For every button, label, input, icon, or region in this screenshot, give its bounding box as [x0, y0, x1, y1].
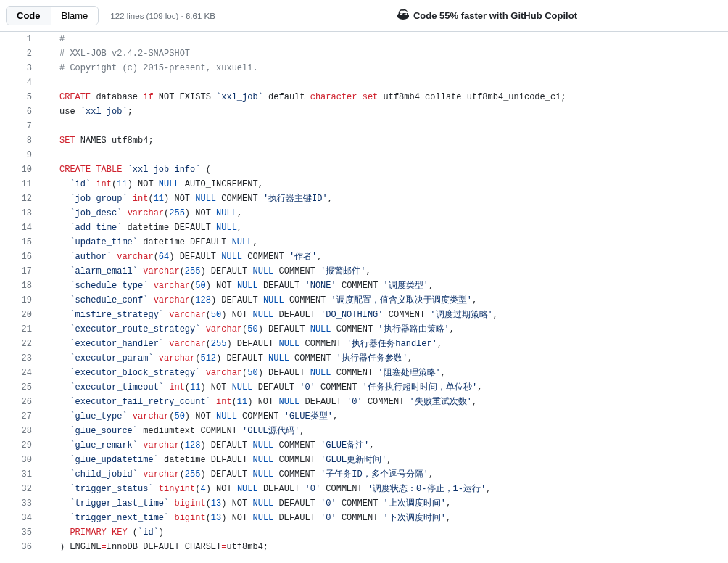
line-content[interactable]: `executor_timeout` int(11) NOT NULL DEFA…	[44, 380, 482, 395]
line-number[interactable]: 30	[0, 453, 44, 467]
code-line: 22 `executor_handler` varchar(255) DEFAU…	[0, 337, 728, 351]
line-number[interactable]: 9	[0, 148, 44, 163]
line-number[interactable]: 18	[0, 279, 44, 293]
line-content[interactable]: `executor_fail_retry_count` int(11) NOT …	[44, 395, 477, 409]
line-content[interactable]: `trigger_status` tinyint(4) NOT NULL DEF…	[44, 482, 491, 496]
line-number[interactable]: 6	[0, 104, 44, 119]
line-number[interactable]: 5	[0, 90, 44, 104]
line-number[interactable]: 13	[0, 206, 44, 221]
line-content[interactable]: CREATE TABLE `xxl_job_info` (	[44, 163, 211, 177]
line-number[interactable]: 4	[0, 75, 44, 90]
code-line: 1#	[0, 32, 728, 46]
line-number[interactable]: 33	[0, 496, 44, 511]
code-line: 3# Copyright (c) 2015-present, xuxueli.	[0, 61, 728, 75]
code-line: 33 `trigger_last_time` bigint(13) NOT NU…	[0, 496, 728, 511]
line-content[interactable]: `job_group` int(11) NOT NULL COMMENT '执行…	[44, 192, 333, 206]
code-line: 6use `xxl_job`;	[0, 104, 728, 119]
line-number[interactable]: 21	[0, 322, 44, 337]
line-number[interactable]: 16	[0, 250, 44, 264]
line-number[interactable]: 8	[0, 133, 44, 148]
code-line: 11 `id` int(11) NOT NULL AUTO_INCREMENT,	[0, 177, 728, 192]
line-number[interactable]: 36	[0, 540, 44, 554]
code-line: 19 `schedule_conf` varchar(128) DEFAULT …	[0, 293, 728, 308]
line-content[interactable]	[44, 148, 65, 163]
line-number[interactable]: 26	[0, 395, 44, 409]
line-content[interactable]: `trigger_last_time` bigint(13) NOT NULL …	[44, 496, 451, 511]
line-content[interactable]: # Copyright (c) 2015-present, xuxueli.	[44, 61, 258, 75]
code-line: 16 `author` varchar(64) DEFAULT NULL COM…	[0, 250, 728, 264]
line-content[interactable]: `executor_handler` varchar(255) DEFAULT …	[44, 337, 442, 351]
line-content[interactable]: `alarm_email` varchar(255) DEFAULT NULL …	[44, 264, 371, 279]
line-content[interactable]: `child_jobid` varchar(255) DEFAULT NULL …	[44, 467, 434, 482]
code-line: 28 `glue_source` mediumtext COMMENT 'GLU…	[0, 424, 728, 438]
line-number[interactable]: 3	[0, 61, 44, 75]
code-line: 2# XXL-JOB v2.4.2-SNAPSHOT	[0, 46, 728, 61]
line-content[interactable]: `executor_route_strategy` varchar(50) DE…	[44, 322, 455, 337]
line-number[interactable]: 1	[0, 32, 44, 46]
line-content[interactable]: use `xxl_job`;	[44, 104, 133, 119]
code-line: 30 `glue_updatetime` datetime DEFAULT NU…	[0, 453, 728, 467]
line-number[interactable]: 25	[0, 380, 44, 395]
line-number[interactable]: 19	[0, 293, 44, 308]
code-line: 9	[0, 148, 728, 163]
line-number[interactable]: 27	[0, 409, 44, 424]
line-content[interactable]: CREATE database if NOT EXISTS `xxl_job` …	[44, 90, 566, 104]
line-content[interactable]: # XXL-JOB v2.4.2-SNAPSHOT	[44, 46, 190, 61]
line-content[interactable]: `executor_param` varchar(512) DEFAULT NU…	[44, 351, 413, 366]
code-line: 12 `job_group` int(11) NOT NULL COMMENT …	[0, 192, 728, 206]
line-number[interactable]: 7	[0, 119, 44, 133]
line-content[interactable]: `update_time` datetime DEFAULT NULL,	[44, 235, 258, 250]
line-number[interactable]: 35	[0, 525, 44, 540]
line-number[interactable]: 32	[0, 482, 44, 496]
line-number[interactable]: 2	[0, 46, 44, 61]
code-tab-button[interactable]: Code	[7, 7, 51, 25]
line-number[interactable]: 34	[0, 511, 44, 525]
line-content[interactable]: `glue_remark` varchar(128) DEFAULT NULL …	[44, 438, 375, 453]
code-line: 15 `update_time` datetime DEFAULT NULL,	[0, 235, 728, 250]
line-number[interactable]: 29	[0, 438, 44, 453]
line-content[interactable]: `misfire_strategy` varchar(50) NOT NULL …	[44, 308, 498, 322]
line-content[interactable]: `glue_updatetime` datetime DEFAULT NULL …	[44, 453, 392, 467]
line-number[interactable]: 20	[0, 308, 44, 322]
code-line: 21 `executor_route_strategy` varchar(50)…	[0, 322, 728, 337]
line-content[interactable]: SET NAMES utf8mb4;	[44, 133, 154, 148]
line-number[interactable]: 17	[0, 264, 44, 279]
copilot-promo-label: Code 55% faster with GitHub Copilot	[413, 10, 577, 21]
code-line: 20 `misfire_strategy` varchar(50) NOT NU…	[0, 308, 728, 322]
line-number[interactable]: 24	[0, 366, 44, 380]
line-number[interactable]: 14	[0, 221, 44, 235]
line-number[interactable]: 31	[0, 467, 44, 482]
code-line: 4	[0, 75, 728, 90]
line-number[interactable]: 12	[0, 192, 44, 206]
line-content[interactable]	[44, 75, 65, 90]
line-number[interactable]: 22	[0, 337, 44, 351]
line-number[interactable]: 10	[0, 163, 44, 177]
code-line: 17 `alarm_email` varchar(255) DEFAULT NU…	[0, 264, 728, 279]
code-line: 32 `trigger_status` tinyint(4) NOT NULL …	[0, 482, 728, 496]
code-line: 34 `trigger_next_time` bigint(13) NOT NU…	[0, 511, 728, 525]
code-line: 36) ENGINE=InnoDB DEFAULT CHARSET=utf8mb…	[0, 540, 728, 554]
line-number[interactable]: 11	[0, 177, 44, 192]
line-content[interactable]: `schedule_conf` varchar(128) DEFAULT NUL…	[44, 293, 477, 308]
line-content[interactable]: ) ENGINE=InnoDB DEFAULT CHARSET=utf8mb4;	[44, 540, 268, 554]
line-number[interactable]: 28	[0, 424, 44, 438]
line-content[interactable]: PRIMARY KEY (`id`)	[44, 525, 164, 540]
line-content[interactable]: `trigger_next_time` bigint(13) NOT NULL …	[44, 511, 451, 525]
line-content[interactable]: `executor_block_strategy` varchar(50) DE…	[44, 366, 446, 380]
code-line: 24 `executor_block_strategy` varchar(50)…	[0, 366, 728, 380]
line-content[interactable]: `schedule_type` varchar(50) NOT NULL DEF…	[44, 279, 434, 293]
line-number[interactable]: 15	[0, 235, 44, 250]
line-content[interactable]: `author` varchar(64) DEFAULT NULL COMMEN…	[44, 250, 323, 264]
line-content[interactable]: `job_desc` varchar(255) NOT NULL,	[44, 206, 242, 221]
code-line: 13 `job_desc` varchar(255) NOT NULL,	[0, 206, 728, 221]
line-content[interactable]: `add_time` datetime DEFAULT NULL,	[44, 221, 242, 235]
code-line: 23 `executor_param` varchar(512) DEFAULT…	[0, 351, 728, 366]
line-number[interactable]: 23	[0, 351, 44, 366]
copilot-promo[interactable]: Code 55% faster with GitHub Copilot	[397, 9, 577, 22]
line-content[interactable]: `glue_type` varchar(50) NOT NULL COMMENT…	[44, 409, 338, 424]
line-content[interactable]: #	[44, 32, 65, 46]
line-content[interactable]: `id` int(11) NOT NULL AUTO_INCREMENT,	[44, 177, 263, 192]
line-content[interactable]	[44, 119, 65, 133]
blame-tab-button[interactable]: Blame	[51, 7, 99, 25]
line-content[interactable]: `glue_source` mediumtext COMMENT 'GLUE源代…	[44, 424, 305, 438]
